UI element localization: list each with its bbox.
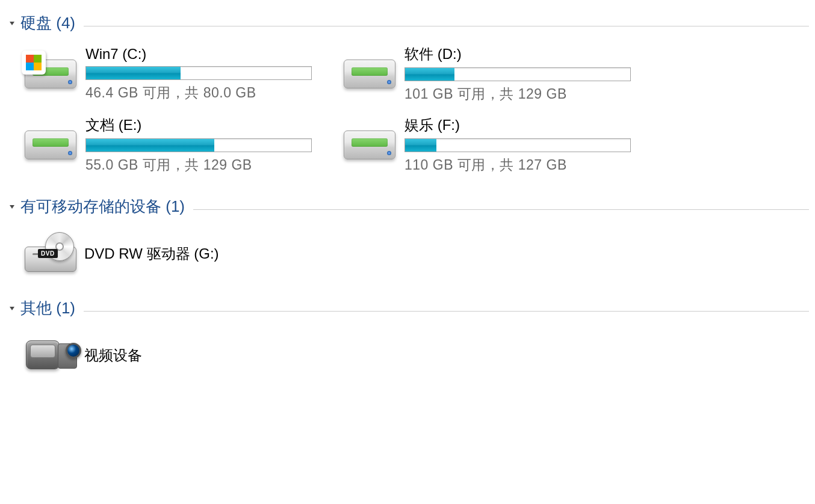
hdd-drive-grid: Win7 (C:) 46.4 GB 可用，共 80.0 GB 软件 (D:) 1… [6,37,809,188]
device-name: DVD RW 驱动器 (G:) [79,244,219,263]
video-device[interactable]: 视频设备 [19,325,809,386]
hdd-icon [341,48,398,100]
dvd-drive-icon: DVD [22,228,79,280]
dvd-drive-g[interactable]: DVD DVD RW 驱动器 (G:) [19,223,809,284]
divider [193,209,809,210]
collapse-arrow-icon [10,307,14,310]
drive-name: Win7 (C:) [85,46,324,63]
drive-status: 101 GB 可用，共 129 GB [404,85,643,103]
hdd-os-icon [22,48,79,100]
hdd-icon [22,119,79,171]
hdd-section-title: 硬盘 (4) [20,13,75,34]
other-section: 其他 (1) 视频设备 [6,294,809,391]
capacity-bar [85,66,312,80]
divider [84,311,809,312]
drive-d[interactable]: 软件 (D:) 101 GB 可用，共 129 GB [338,42,645,106]
capacity-bar [404,67,631,81]
drive-c[interactable]: Win7 (C:) 46.4 GB 可用，共 80.0 GB [19,42,326,106]
capacity-fill [405,68,454,81]
drive-name: 软件 (D:) [404,45,643,64]
drive-status: 110 GB 可用，共 127 GB [404,156,643,174]
capacity-bar [85,138,312,152]
video-camera-icon [22,330,79,381]
capacity-fill [86,139,214,152]
collapse-arrow-icon [10,22,14,25]
collapse-arrow-icon [10,205,14,209]
other-list: 视频设备 [6,322,809,391]
capacity-bar [404,138,631,152]
drive-e[interactable]: 文档 (E:) 55.0 GB 可用，共 129 GB [19,113,326,177]
device-name: 视频设备 [79,346,142,365]
removable-section: 有可移动存储的设备 (1) DVD DVD RW 驱动器 (G:) [6,192,809,289]
removable-section-header[interactable]: 有可移动存储的设备 (1) [6,192,809,221]
drive-status: 55.0 GB 可用，共 129 GB [85,156,324,174]
divider [84,26,809,26]
hdd-icon [341,119,398,171]
drive-name: 娱乐 (F:) [404,115,643,135]
removable-list: DVD DVD RW 驱动器 (G:) [6,221,809,289]
other-section-header[interactable]: 其他 (1) [6,294,809,322]
hdd-section: 硬盘 (4) Win7 (C:) 46.4 GB 可用，共 80.0 GB 软件… [6,9,809,188]
removable-section-title: 有可移动存储的设备 (1) [20,196,185,217]
drive-status: 46.4 GB 可用，共 80.0 GB [85,84,324,102]
capacity-fill [405,139,436,152]
other-section-title: 其他 (1) [20,298,75,319]
drive-f[interactable]: 娱乐 (F:) 110 GB 可用，共 127 GB [338,113,645,177]
capacity-fill [86,67,181,79]
hdd-section-header[interactable]: 硬盘 (4) [6,9,809,37]
drive-name: 文档 (E:) [85,115,324,135]
